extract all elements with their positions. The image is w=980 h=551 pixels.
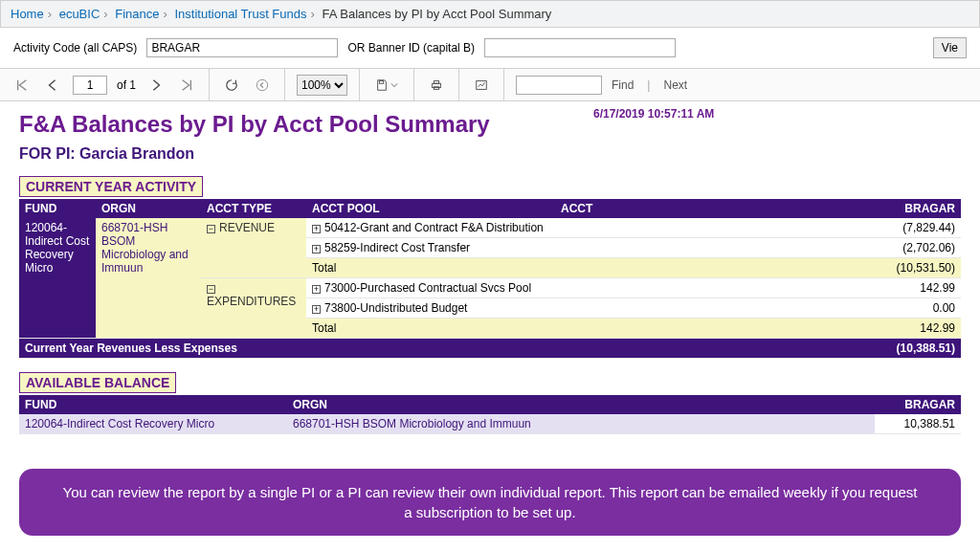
page-of-label: of 1 (117, 78, 136, 92)
back-button[interactable] (252, 75, 273, 96)
breadcrumb-link[interactable]: Institutional Trust Funds (174, 7, 306, 21)
fund-cell: 120064-Indirect Cost Recovery Micro (19, 218, 96, 339)
report-toolbar: of 1 100% Find | Next (0, 69, 980, 101)
breadcrumb-link[interactable]: Finance (115, 7, 159, 21)
section-available-balance: AVAILABLE BALANCE (19, 372, 176, 393)
breadcrumb-link[interactable]: ecuBIC (59, 7, 100, 21)
pool-row: +58259-Indirect Cost Transfer (306, 238, 875, 258)
grand-total-label: Current Year Revenues Less Expenses (19, 339, 875, 359)
refresh-button[interactable] (221, 75, 242, 96)
find-link[interactable]: Find (612, 78, 634, 92)
value-cell: (2,702.06) (875, 238, 961, 258)
chart-icon-button[interactable] (471, 75, 492, 96)
report-body: 6/17/2019 10:57:11 AM F&A Balances by PI… (0, 101, 980, 453)
expand-icon[interactable]: + (312, 305, 321, 314)
subtotal-label: Total (306, 319, 875, 339)
next-page-button[interactable] (145, 75, 167, 96)
breadcrumb-current: FA Balances by PI by Acct Pool Summary (322, 7, 551, 21)
breadcrumb-link[interactable]: Home (11, 7, 44, 21)
available-value: 10,388.51 (875, 414, 961, 434)
available-orgn: 668701-HSH BSOM Microbiology and Immuun (287, 414, 875, 434)
subtotal-value: (10,531.50) (875, 258, 961, 278)
col-fund: FUND (19, 395, 287, 414)
svg-point-0 (256, 79, 267, 90)
pool-row: +73800-Undistributed Budget (306, 298, 875, 319)
grand-total-value: (10,388.51) (875, 339, 961, 359)
report-timestamp: 6/17/2019 10:57:11 AM (593, 107, 714, 121)
find-next-link[interactable]: Next (663, 78, 687, 92)
subtotal-label: Total (306, 258, 875, 278)
banner-id-input[interactable] (484, 38, 676, 57)
col-orgn: ORGN (287, 395, 875, 414)
pi-line: FOR PI: Garcia Brandon (19, 145, 961, 163)
svg-rect-1 (379, 80, 383, 83)
expand-icon[interactable]: + (312, 285, 321, 294)
current-year-table: FUND ORGN ACCT TYPE ACCT POOL ACCT BRAGA… (19, 199, 961, 359)
acct-type-revenue: −REVENUE (201, 218, 306, 278)
value-cell: (7,829.44) (875, 218, 961, 238)
col-orgn: ORGN (96, 199, 201, 218)
zoom-select[interactable]: 100% (297, 75, 347, 96)
col-acct: ACCT (555, 199, 875, 218)
col-bragar: BRAGAR (875, 395, 961, 414)
available-balance-table: FUND ORGN BRAGAR 120064-Indirect Cost Re… (19, 395, 961, 434)
collapse-icon[interactable]: − (207, 225, 215, 233)
pool-row: +73000-Purchased Contractual Svcs Pool (306, 278, 875, 298)
save-button[interactable] (371, 75, 402, 96)
svg-rect-3 (434, 80, 438, 83)
col-bragar: BRAGAR (875, 199, 961, 218)
page-number-input[interactable] (73, 76, 107, 95)
expand-icon[interactable]: + (312, 245, 321, 253)
col-fund: FUND (19, 199, 96, 218)
view-report-button[interactable]: Vie (933, 37, 967, 58)
value-cell: 0.00 (875, 298, 961, 319)
filter-bar: Activity Code (all CAPS) OR Banner ID (c… (0, 28, 980, 69)
find-input[interactable] (516, 76, 602, 95)
print-button[interactable] (426, 75, 447, 96)
info-callout: You can review the report by a single PI… (19, 469, 961, 536)
subtotal-value: 142.99 (875, 319, 961, 339)
available-fund: 120064-Indirect Cost Recovery Micro (19, 414, 287, 434)
banner-id-label: OR Banner ID (capital B) (347, 41, 475, 55)
acct-type-expenditures: −EXPENDITURES (201, 278, 306, 339)
value-cell: 142.99 (875, 278, 961, 298)
collapse-icon[interactable]: − (207, 285, 215, 294)
expand-icon[interactable]: + (312, 225, 321, 233)
activity-code-input[interactable] (146, 38, 338, 57)
section-current-year: CURRENT YEAR ACTIVITY (19, 176, 203, 197)
col-acct-pool: ACCT POOL (306, 199, 555, 218)
activity-code-label: Activity Code (all CAPS) (13, 41, 137, 55)
orgn-cell: 668701-HSH BSOM Microbiology and Immuun (96, 218, 201, 339)
first-page-button[interactable] (11, 75, 33, 96)
prev-page-button[interactable] (42, 75, 63, 96)
breadcrumb: Home› ecuBIC› Finance› Institutional Tru… (0, 0, 980, 28)
pool-row: +50412-Grant and Contract F&A Distributi… (306, 218, 875, 238)
last-page-button[interactable] (176, 75, 197, 96)
col-acct-type: ACCT TYPE (201, 199, 306, 218)
report-title: F&A Balances by PI by Acct Pool Summary (19, 111, 961, 138)
